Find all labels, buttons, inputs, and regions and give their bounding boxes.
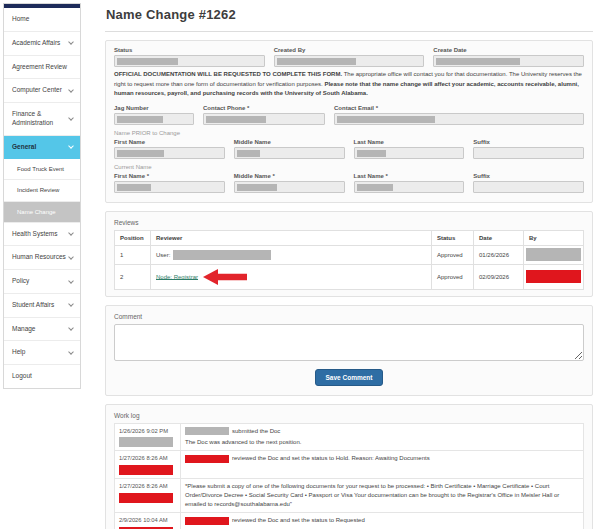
redacted-by-value: [526, 248, 581, 261]
review-status: Approved: [432, 245, 474, 264]
field-label: First Name: [114, 139, 225, 145]
current-name-section-label: Current Name: [114, 164, 584, 170]
redacted-value: [117, 184, 151, 191]
chevron-down-icon: [68, 278, 74, 284]
review-position: 2: [115, 264, 151, 289]
chevron-down-icon: [68, 87, 74, 93]
worklog-timestamp-cell: 1/26/2026 9:02 PM: [115, 423, 181, 451]
field-label: Create Date: [433, 47, 584, 53]
reviews-header-row: PositionReviewerStatusDateBy: [115, 230, 584, 245]
sidebar-item-student-affairs[interactable]: Student Affairs: [4, 294, 80, 318]
notice-caps-text: OFFICIAL DOCUMENTATION WILL BE REQUESTED…: [114, 71, 342, 77]
review-reviewer: Node: Registrar: [151, 264, 432, 289]
sidebar-item-name-change[interactable]: Name Change: [4, 202, 80, 223]
field-label: Jag Number: [114, 105, 194, 111]
field-label: Suffix: [473, 173, 584, 179]
sidebar-item-logout[interactable]: Logout: [4, 365, 80, 388]
status-input[interactable]: [114, 55, 265, 67]
first-name-input[interactable]: [114, 181, 225, 193]
review-by: [524, 264, 584, 289]
save-comment-button[interactable]: Save Comment: [315, 369, 384, 386]
worklog-row: 1/27/2026 8:26 AMreviewed the Doc and se…: [115, 451, 584, 479]
contact-row: Jag NumberContact Phone *Contact Email *: [114, 105, 584, 125]
worklog-row: 1/27/2026 8:26 AM*Please submit a copy o…: [115, 479, 584, 513]
reviews-col-date: Date: [474, 230, 524, 245]
redacted-author: [119, 465, 173, 475]
contact-phone-input[interactable]: [203, 113, 325, 125]
middle-name-input[interactable]: [234, 147, 345, 159]
review-by: [524, 245, 584, 264]
form-field-status: Status: [114, 47, 265, 67]
sidebar-item-label: Human Resources: [12, 253, 66, 262]
sidebar-item-help[interactable]: Help: [4, 341, 80, 365]
create-date-input[interactable]: [433, 55, 584, 67]
first-name-input[interactable]: [114, 147, 225, 159]
form-field-suffix: Suffix: [473, 173, 584, 193]
worklog-timestamp: 1/26/2026 9:02 PM: [119, 427, 176, 436]
worklog-timestamp: 1/27/2026 8:26 AM: [119, 482, 176, 491]
sidebar-items: HomeAcademic AffairsAgreement ReviewComp…: [4, 8, 80, 388]
chevron-down-icon: [68, 325, 74, 331]
chevron-down-icon: [68, 349, 74, 355]
jag-number-input[interactable]: [114, 113, 194, 125]
worklog-message-cell: submitted the DocThe Doc was advanced to…: [181, 423, 584, 451]
reviews-table: PositionReviewerStatusDateBy 1User:Appro…: [114, 230, 584, 290]
sidebar-item-label: Food Truck Event: [17, 165, 64, 173]
suffix-input[interactable]: [473, 181, 584, 193]
main-content: Name Change #1262 StatusCreated ByCreate…: [105, 6, 593, 529]
worklog-table: 1/26/2026 9:02 PMsubmitted the DocThe Do…: [114, 423, 584, 529]
middle-name-input[interactable]: [234, 181, 345, 193]
sidebar-item-label: Logout: [12, 372, 32, 381]
worklog-message: reviewed the Doc and set the status to R…: [232, 517, 365, 523]
sidebar-item-computer-center[interactable]: Computer Center: [4, 79, 80, 103]
field-label: Middle Name: [234, 139, 345, 145]
worklog-title: Work log: [114, 412, 584, 419]
prior-name-row: First NameMiddle NameLast NameSuffix: [114, 139, 584, 159]
comment-input[interactable]: [114, 324, 584, 361]
redacted-actor-name: [185, 517, 229, 525]
reviews-col-status: Status: [432, 230, 474, 245]
worklog-timestamp-cell: 1/27/2026 8:26 AM: [115, 451, 181, 479]
sidebar-item-general[interactable]: General: [4, 136, 80, 160]
redacted-value: [277, 58, 357, 65]
reviewer-prefix: User:: [156, 251, 170, 257]
created-by-input[interactable]: [274, 55, 425, 67]
worklog-row: 2/9/2026 10:04 AMreviewed the Doc and se…: [115, 513, 584, 529]
sidebar-item-academic-affairs[interactable]: Academic Affairs: [4, 32, 80, 56]
chevron-down-icon: [68, 39, 74, 45]
review-date: 01/26/2026: [474, 245, 524, 264]
sidebar-item-finance-administration[interactable]: Finance & Administration: [4, 103, 80, 136]
sidebar-item-home[interactable]: Home: [4, 8, 80, 32]
last-name-input[interactable]: [354, 181, 465, 193]
reviews-panel: Reviews PositionReviewerStatusDateBy 1Us…: [105, 211, 593, 297]
reviewer-node-link[interactable]: Node: Registrar: [156, 273, 198, 279]
sidebar-item-food-truck-event[interactable]: Food Truck Event: [4, 159, 80, 180]
worklog-message-cell: *Please submit a copy of one of the foll…: [181, 479, 584, 513]
form-field-create-date: Create Date: [433, 47, 584, 67]
prior-name-section-label: Name PRIOR to Change: [114, 130, 584, 136]
sidebar-item-policy[interactable]: Policy: [4, 270, 80, 294]
sidebar-item-health-systems[interactable]: Health Systems: [4, 223, 80, 247]
sidebar-item-manage[interactable]: Manage: [4, 318, 80, 342]
sidebar-item-label: Agreement Review: [12, 63, 67, 72]
redacted-actor-name: [185, 427, 229, 435]
contact-email-input[interactable]: [334, 113, 584, 125]
field-label: Status: [114, 47, 265, 53]
form-field-jag-number: Jag Number: [114, 105, 194, 125]
suffix-input[interactable]: [473, 147, 584, 159]
reviews-col-position: Position: [115, 230, 151, 245]
field-label: First Name *: [114, 173, 225, 179]
sidebar-item-agreement-review[interactable]: Agreement Review: [4, 56, 80, 80]
redacted-value: [357, 184, 394, 191]
sidebar-item-human-resources[interactable]: Human Resources: [4, 246, 80, 270]
last-name-input[interactable]: [354, 147, 465, 159]
field-label: Suffix: [473, 139, 584, 145]
worklog-message-line2: The Doc was advanced to the next positio…: [185, 438, 579, 447]
chevron-down-icon: [68, 301, 74, 307]
form-field-suffix: Suffix: [473, 139, 584, 159]
field-label: Created By: [274, 47, 425, 53]
form-field-middle-name: Middle Name *: [234, 173, 345, 193]
form-field-last-name: Last Name: [354, 139, 465, 159]
chevron-down-icon: [68, 143, 74, 149]
sidebar-item-incident-review[interactable]: Incident Review: [4, 180, 80, 201]
